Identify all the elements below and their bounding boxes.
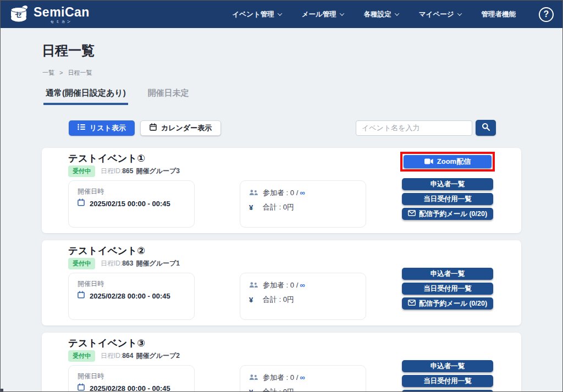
nav-item-mypage[interactable]: マイページ	[419, 10, 461, 19]
event-group: 開催グループ1	[136, 259, 180, 268]
datetime-box: 開催日時 2025/02/15 00:00 - 00:45	[68, 180, 195, 228]
status-badge: 受付中	[68, 350, 95, 362]
nav-item-mail-management[interactable]: メール管理	[302, 10, 344, 19]
nav-item-label: 各種設定	[364, 10, 391, 19]
breadcrumb-link-list[interactable]: 一覧	[42, 69, 54, 76]
chevron-down-icon	[277, 11, 282, 15]
participants-box: 参加者 : 0 /∞ ¥ 合計 : 0円	[240, 180, 366, 228]
event-meta: 受付中 日程ID: 864 開催グループ2	[68, 350, 400, 362]
brand-name: SemiCan	[34, 6, 90, 19]
schedule-id-label: 日程ID:	[101, 167, 122, 176]
total-text: 合計 : 0円	[263, 202, 294, 212]
event-datetime: 2025/02/28 00:00 - 00:45	[90, 292, 170, 300]
event-title: テストイベント①	[68, 152, 400, 165]
zoom-button-highlight: Zoom配信	[400, 152, 495, 172]
nav-item-event-management[interactable]: イベント管理	[233, 10, 282, 19]
nav-item-label: メール管理	[302, 10, 336, 19]
tab-normal-with-date[interactable]: 通常(開催日設定あり)	[43, 88, 128, 105]
status-badge: 受付中	[68, 165, 95, 177]
event-card-body: テストイベント① 受付中 日程ID: 865 開催グループ3 開催日時	[68, 152, 400, 228]
nav-item-label: イベント管理	[233, 10, 274, 19]
brand-logo[interactable]: セ SemiCan セミカン	[9, 4, 90, 25]
event-datetime: 2025/02/15 00:00 - 00:45	[90, 200, 170, 208]
event-actions: Zoom配信 申込者一覧 当日受付用一覧 配信予約メール (0/20)	[400, 152, 495, 228]
participants-box: 参加者 : 0 /∞ ¥ 合計 : 0円	[240, 365, 366, 392]
reception-list-button[interactable]: 当日受付用一覧	[402, 375, 493, 387]
calendar-view-button[interactable]: カレンダー表示	[140, 120, 221, 136]
breadcrumb-separator: >	[59, 69, 63, 76]
nav-item-settings[interactable]: 各種設定	[364, 10, 399, 19]
list-view-button[interactable]: リスト表示	[69, 120, 135, 136]
event-group: 開催グループ2	[136, 351, 180, 361]
nav-menu: イベント管理 メール管理 各種設定 マイページ 管理者機能	[233, 10, 516, 19]
event-card-body: テストイベント② 受付中 日程ID: 863 開催グループ1 開催日時	[68, 244, 400, 320]
page: セ SemiCan セミカン イベント管理 メール管理 各種設定 マイペ	[0, 0, 563, 392]
infinity-symbol: ∞	[300, 281, 305, 289]
event-card: テストイベント③ 受付中 日程ID: 864 開催グループ2 開催日時	[42, 333, 521, 392]
datetime-label: 開催日時	[78, 187, 185, 196]
participants-text: 参加者 : 0 /∞	[263, 280, 305, 290]
schedule-id-value: 865	[122, 167, 133, 176]
total-text: 合計 : 0円	[263, 387, 294, 392]
yen-icon: ¥	[249, 388, 258, 392]
top-navbar: セ SemiCan セミカン イベント管理 メール管理 各種設定 マイペ	[1, 1, 562, 28]
event-card: テストイベント① 受付中 日程ID: 865 開催グループ3 開催日時	[42, 148, 521, 233]
actions-spacer	[400, 336, 495, 360]
event-actions: 申込者一覧 当日受付用一覧 配信予約メール (0/20)	[400, 336, 495, 392]
info-boxes: 開催日時 2025/02/28 00:00 - 00:45	[68, 273, 400, 320]
total-text: 合計 : 0円	[263, 295, 294, 305]
info-boxes: 開催日時 2025/02/15 00:00 - 00:45	[68, 180, 400, 228]
event-group: 開催グループ3	[136, 167, 180, 176]
bucket-logo-icon: セ	[9, 4, 30, 25]
list-view-label: リスト表示	[90, 123, 126, 133]
reception-list-button[interactable]: 当日受付用一覧	[402, 283, 493, 295]
video-camera-icon	[424, 158, 433, 166]
list-icon	[78, 124, 85, 132]
infinity-symbol: ∞	[300, 373, 305, 382]
calendar-icon	[150, 123, 157, 132]
applicants-list-button[interactable]: 申込者一覧	[402, 178, 493, 190]
tabs: 通常(開催日設定あり) 開催日未定	[43, 88, 562, 105]
envelope-icon	[408, 300, 416, 307]
event-meta: 受付中 日程ID: 863 開催グループ1	[68, 258, 400, 269]
people-icon	[249, 374, 258, 382]
controls-row: リスト表示 カレンダー表示	[42, 120, 521, 136]
brand-subtitle: セミカン	[51, 20, 73, 23]
footer-edge	[1, 389, 3, 391]
zoom-stream-button[interactable]: Zoom配信	[404, 155, 492, 168]
help-icon[interactable]: ?	[539, 7, 554, 22]
people-icon	[249, 189, 258, 197]
chevron-down-icon	[340, 11, 344, 15]
calendar-icon	[78, 383, 85, 392]
calendar-icon	[78, 198, 85, 208]
nav-item-admin-functions[interactable]: 管理者機能	[482, 10, 516, 19]
search-input[interactable]	[356, 120, 472, 136]
event-card-body: テストイベント③ 受付中 日程ID: 864 開催グループ2 開催日時	[68, 336, 400, 392]
actions-spacer	[400, 244, 495, 268]
people-icon	[249, 281, 258, 290]
search-button[interactable]	[476, 120, 496, 136]
event-title: テストイベント③	[68, 336, 400, 350]
applicants-list-button[interactable]: 申込者一覧	[402, 268, 493, 280]
tab-date-undecided[interactable]: 開催日未定	[146, 88, 191, 105]
schedule-id-value: 864	[122, 351, 133, 361]
chevron-down-icon	[395, 11, 399, 15]
datetime-label: 開催日時	[78, 279, 185, 289]
infinity-symbol: ∞	[300, 189, 305, 197]
participants-text: 参加者 : 0 /∞	[263, 373, 305, 383]
reception-list-button[interactable]: 当日受付用一覧	[402, 193, 493, 205]
datetime-label: 開催日時	[78, 372, 185, 381]
scheduled-mail-button[interactable]: 配信予約メール (0/20)	[402, 208, 493, 220]
chevron-down-icon	[457, 11, 461, 15]
event-card-list: テストイベント① 受付中 日程ID: 865 開催グループ3 開催日時	[42, 148, 521, 392]
schedule-id-label: 日程ID:	[101, 259, 122, 268]
schedule-id-label: 日程ID:	[101, 351, 122, 361]
applicants-list-button[interactable]: 申込者一覧	[402, 360, 493, 372]
breadcrumb-current: 日程一覧	[68, 69, 92, 76]
scheduled-mail-label: 配信予約メール (0/20)	[419, 209, 487, 219]
scheduled-mail-button[interactable]: 配信予約メール (0/20)	[402, 297, 493, 310]
svg-text:セ: セ	[15, 10, 22, 19]
scheduled-mail-button[interactable]: 配信予約メール (0/20)	[402, 390, 493, 392]
participants-text: 参加者 : 0 /∞	[263, 188, 305, 198]
participants-box: 参加者 : 0 /∞ ¥ 合計 : 0円	[240, 273, 366, 320]
